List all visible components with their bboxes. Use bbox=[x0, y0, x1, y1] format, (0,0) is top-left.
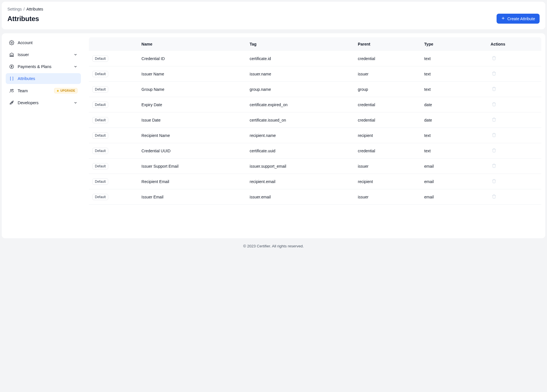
cell-parent: recipient bbox=[354, 174, 421, 189]
page-header: Settings / Attributes Attributes Create … bbox=[2, 2, 545, 29]
cell-parent: issuer bbox=[354, 66, 421, 82]
cell-tag: issuer.support_email bbox=[246, 159, 354, 174]
delete-button[interactable] bbox=[491, 85, 497, 93]
trash-icon bbox=[492, 194, 496, 200]
trash-icon bbox=[492, 56, 496, 61]
table-header-name[interactable]: Name bbox=[138, 37, 246, 51]
table-header-parent[interactable]: Parent bbox=[354, 37, 421, 51]
trash-icon bbox=[492, 102, 496, 107]
footer: © 2023 Certifier. All rights reserved. bbox=[2, 238, 545, 252]
default-badge: Default bbox=[92, 117, 108, 123]
sidebar-item-developers[interactable]: Developers bbox=[6, 97, 81, 108]
default-badge: Default bbox=[92, 56, 108, 62]
sidebar-item-label: Developers bbox=[18, 100, 70, 105]
breadcrumb-parent[interactable]: Settings bbox=[7, 7, 22, 11]
sidebar-item-payments[interactable]: Payments & Plans bbox=[6, 61, 81, 72]
trash-icon bbox=[492, 148, 496, 153]
cell-name: Issuer Support Email bbox=[138, 159, 246, 174]
cell-parent: credential bbox=[354, 51, 421, 66]
cell-parent: credential bbox=[354, 97, 421, 112]
sidebar-item-team[interactable]: Team UPGRADE bbox=[6, 85, 81, 96]
sidebar-item-issuer[interactable]: Issuer bbox=[6, 49, 81, 60]
content-panel: Account Issuer Payments & Plans bbox=[2, 33, 545, 238]
cell-type: email bbox=[421, 159, 487, 174]
breadcrumb-current: Attributes bbox=[26, 7, 43, 11]
trash-icon bbox=[492, 117, 496, 123]
cell-tag: group.name bbox=[246, 82, 354, 97]
chevron-down-icon bbox=[74, 65, 77, 69]
delete-button[interactable] bbox=[491, 116, 497, 124]
delete-button[interactable] bbox=[491, 70, 497, 78]
default-badge: Default bbox=[92, 132, 108, 139]
upgrade-badge-label: UPGRADE bbox=[60, 89, 75, 92]
cell-parent: credential bbox=[354, 143, 421, 159]
dollar-icon bbox=[9, 64, 14, 69]
upgrade-badge[interactable]: UPGRADE bbox=[54, 88, 77, 93]
cell-parent: group bbox=[354, 82, 421, 97]
table-row[interactable]: DefaultIssuer Support Emailissuer.suppor… bbox=[89, 159, 541, 174]
default-badge: Default bbox=[92, 178, 108, 185]
table-header-tag[interactable]: Tag bbox=[246, 37, 354, 51]
cell-type: text bbox=[421, 143, 487, 159]
table-row[interactable]: DefaultIssue Datecertificate.issued_oncr… bbox=[89, 112, 541, 128]
table-row[interactable]: DefaultCredential IDcertificate.idcreden… bbox=[89, 51, 541, 66]
plus-icon bbox=[501, 16, 505, 21]
cell-type: date bbox=[421, 97, 487, 112]
cell-name: Expiry Date bbox=[138, 97, 246, 112]
attributes-table: Name Tag Parent Type Actions DefaultCred… bbox=[89, 37, 541, 205]
cell-type: email bbox=[421, 189, 487, 205]
table-header-empty bbox=[89, 37, 138, 51]
default-badge: Default bbox=[92, 148, 108, 154]
default-badge: Default bbox=[92, 102, 108, 108]
delete-button[interactable] bbox=[491, 147, 497, 155]
chevron-down-icon bbox=[74, 101, 77, 105]
table-row[interactable]: DefaultIssuer Nameissuer.nameissuertext bbox=[89, 66, 541, 82]
cell-tag: certificate.id bbox=[246, 51, 354, 66]
delete-button[interactable] bbox=[491, 101, 497, 108]
table-header-type[interactable]: Type bbox=[421, 37, 487, 51]
delete-button[interactable] bbox=[491, 193, 497, 201]
trash-icon bbox=[492, 179, 496, 184]
default-badge: Default bbox=[92, 71, 108, 77]
create-attribute-button[interactable]: Create Attribute bbox=[497, 14, 540, 24]
table-row[interactable]: DefaultCredential UUIDcertificate.uuidcr… bbox=[89, 143, 541, 159]
cell-type: text bbox=[421, 51, 487, 66]
cell-type: text bbox=[421, 66, 487, 82]
svg-point-2 bbox=[11, 42, 13, 44]
cell-tag: certificate.issued_on bbox=[246, 112, 354, 128]
delete-button[interactable] bbox=[491, 162, 497, 170]
svg-marker-10 bbox=[57, 89, 59, 92]
cell-type: text bbox=[421, 128, 487, 143]
sidebar-item-label: Issuer bbox=[18, 52, 70, 57]
delete-button[interactable] bbox=[491, 132, 497, 139]
page-title: Attributes bbox=[7, 15, 39, 23]
rocket-icon bbox=[9, 100, 14, 105]
table-row[interactable]: DefaultIssuer Emailissuer.emailissuerema… bbox=[89, 189, 541, 205]
table-row[interactable]: DefaultExpiry Datecertificate.expired_on… bbox=[89, 97, 541, 112]
cell-tag: issuer.name bbox=[246, 66, 354, 82]
table-row[interactable]: DefaultRecipient Emailrecipient.emailrec… bbox=[89, 174, 541, 189]
attributes-main: Name Tag Parent Type Actions DefaultCred… bbox=[89, 37, 541, 234]
cell-name: Group Name bbox=[138, 82, 246, 97]
svg-point-8 bbox=[11, 89, 12, 91]
cell-tag: issuer.email bbox=[246, 189, 354, 205]
sidebar-item-label: Attributes bbox=[18, 76, 77, 81]
cell-parent: recipient bbox=[354, 128, 421, 143]
table-row[interactable]: DefaultGroup Namegroup.namegrouptext bbox=[89, 82, 541, 97]
sidebar-item-label: Payments & Plans bbox=[18, 64, 70, 69]
table-header-row: Name Tag Parent Type Actions bbox=[89, 37, 541, 51]
sidebar-item-attributes[interactable]: Attributes bbox=[6, 73, 81, 84]
sidebar-item-label: Account bbox=[18, 40, 77, 45]
create-attribute-label: Create Attribute bbox=[507, 17, 535, 21]
trash-icon bbox=[492, 133, 496, 138]
default-badge: Default bbox=[92, 86, 108, 93]
breadcrumb-separator: / bbox=[24, 7, 25, 11]
delete-button[interactable] bbox=[491, 55, 497, 62]
table-row[interactable]: DefaultRecipient Namerecipient.namerecip… bbox=[89, 128, 541, 143]
cell-name: Recipient Email bbox=[138, 174, 246, 189]
users-icon bbox=[9, 88, 14, 93]
sidebar-item-account[interactable]: Account bbox=[6, 37, 81, 48]
cell-type: text bbox=[421, 82, 487, 97]
cell-name: Credential ID bbox=[138, 51, 246, 66]
delete-button[interactable] bbox=[491, 178, 497, 185]
